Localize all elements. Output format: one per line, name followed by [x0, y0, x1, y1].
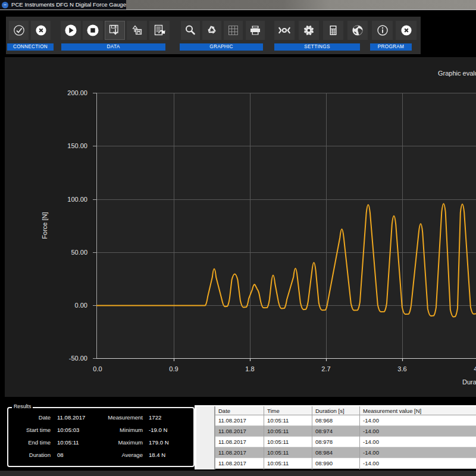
svg-text:100.00: 100.00: [67, 196, 87, 203]
svg-text:0.0: 0.0: [93, 365, 102, 372]
svg-text:-50.00: -50.00: [69, 355, 87, 362]
svg-text:Duration [s]: Duration [s]: [462, 378, 476, 386]
svg-text:3.6: 3.6: [397, 365, 406, 372]
svg-text:200.00: 200.00: [67, 89, 87, 96]
svg-text:2.7: 2.7: [321, 365, 330, 372]
svg-text:50.00: 50.00: [71, 249, 87, 256]
svg-text:Graphic evaluation: Graphic evaluation: [438, 70, 476, 77]
svg-text:1.8: 1.8: [245, 365, 254, 372]
svg-text:Force [N]: Force [N]: [41, 212, 48, 239]
svg-text:150.00: 150.00: [67, 142, 87, 149]
svg-text:0.00: 0.00: [75, 302, 87, 309]
svg-text:0.9: 0.9: [169, 365, 178, 372]
svg-text:4.5: 4.5: [474, 365, 476, 372]
